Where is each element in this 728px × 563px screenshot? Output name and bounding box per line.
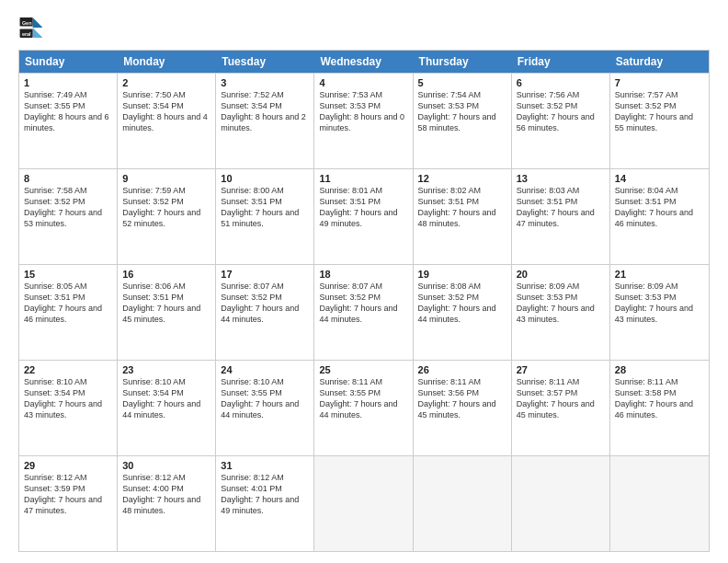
day-number: 16	[122, 269, 210, 280]
calendar: SundayMondayTuesdayWednesdayThursdayFrid…	[18, 50, 710, 552]
cell-info: Sunrise: 8:12 AMSunset: 4:00 PMDaylight:…	[122, 473, 200, 515]
day-cell-22: 22Sunrise: 8:10 AMSunset: 3:54 PMDayligh…	[19, 361, 118, 455]
day-number: 10	[221, 173, 309, 184]
day-number: 29	[24, 460, 112, 471]
day-number: 7	[615, 77, 704, 88]
cell-info: Sunrise: 8:06 AMSunset: 3:51 PMDaylight:…	[122, 282, 200, 324]
cell-info: Sunrise: 7:53 AMSunset: 3:53 PMDaylight:…	[319, 90, 404, 132]
day-number: 22	[24, 364, 112, 375]
cell-info: Sunrise: 7:57 AMSunset: 3:52 PMDaylight:…	[615, 90, 693, 132]
day-cell-7: 7Sunrise: 7:57 AMSunset: 3:52 PMDaylight…	[610, 74, 709, 168]
cell-info: Sunrise: 8:10 AMSunset: 3:54 PMDaylight:…	[122, 377, 200, 419]
day-number: 31	[221, 460, 309, 471]
cell-info: Sunrise: 7:59 AMSunset: 3:52 PMDaylight:…	[122, 186, 200, 228]
day-number: 26	[418, 364, 506, 375]
header-cell-tuesday: Tuesday	[216, 51, 314, 73]
header-cell-saturday: Saturday	[610, 51, 709, 73]
day-number: 21	[615, 269, 704, 280]
day-number: 4	[319, 77, 407, 88]
week-row-4: 22Sunrise: 8:10 AMSunset: 3:54 PMDayligh…	[19, 360, 709, 455]
day-cell-11: 11Sunrise: 8:01 AMSunset: 3:51 PMDayligh…	[314, 169, 413, 264]
cell-info: Sunrise: 8:00 AMSunset: 3:51 PMDaylight:…	[221, 186, 299, 228]
empty-cell	[512, 456, 610, 551]
cell-info: Sunrise: 8:01 AMSunset: 3:51 PMDaylight:…	[319, 186, 397, 228]
day-number: 14	[615, 173, 704, 184]
day-cell-29: 29Sunrise: 8:12 AMSunset: 3:59 PMDayligh…	[19, 456, 118, 551]
calendar-body: 1Sunrise: 7:49 AMSunset: 3:55 PMDaylight…	[19, 73, 709, 551]
cell-info: Sunrise: 8:02 AMSunset: 3:51 PMDaylight:…	[418, 186, 496, 228]
day-number: 12	[418, 173, 506, 184]
cell-info: Sunrise: 8:12 AMSunset: 3:59 PMDaylight:…	[24, 473, 102, 515]
cell-info: Sunrise: 8:11 AMSunset: 3:55 PMDaylight:…	[319, 377, 397, 419]
day-number: 30	[122, 460, 210, 471]
day-number: 17	[221, 269, 309, 280]
day-cell-21: 21Sunrise: 8:09 AMSunset: 3:53 PMDayligh…	[610, 265, 709, 360]
day-number: 2	[122, 77, 210, 88]
week-row-2: 8Sunrise: 7:58 AMSunset: 3:52 PMDaylight…	[19, 168, 709, 264]
day-number: 23	[122, 364, 210, 375]
cell-info: Sunrise: 7:50 AMSunset: 3:54 PMDaylight:…	[122, 90, 208, 132]
logo-icon: Gen eral	[18, 15, 44, 40]
day-number: 20	[517, 269, 605, 280]
cell-info: Sunrise: 8:09 AMSunset: 3:53 PMDaylight:…	[517, 282, 595, 324]
week-row-1: 1Sunrise: 7:49 AMSunset: 3:55 PMDaylight…	[19, 73, 709, 168]
week-row-3: 15Sunrise: 8:05 AMSunset: 3:51 PMDayligh…	[19, 264, 709, 360]
day-cell-1: 1Sunrise: 7:49 AMSunset: 3:55 PMDaylight…	[19, 74, 118, 168]
day-cell-19: 19Sunrise: 8:08 AMSunset: 3:52 PMDayligh…	[414, 265, 512, 360]
header-cell-thursday: Thursday	[414, 51, 512, 73]
cell-info: Sunrise: 8:09 AMSunset: 3:53 PMDaylight:…	[615, 282, 693, 324]
day-cell-14: 14Sunrise: 8:04 AMSunset: 3:51 PMDayligh…	[610, 169, 709, 264]
day-cell-25: 25Sunrise: 8:11 AMSunset: 3:55 PMDayligh…	[314, 361, 413, 455]
calendar-header: SundayMondayTuesdayWednesdayThursdayFrid…	[19, 51, 709, 73]
day-number: 27	[517, 364, 605, 375]
cell-info: Sunrise: 8:04 AMSunset: 3:51 PMDaylight:…	[615, 186, 693, 228]
cell-info: Sunrise: 8:05 AMSunset: 3:51 PMDaylight:…	[24, 282, 102, 324]
day-cell-20: 20Sunrise: 8:09 AMSunset: 3:53 PMDayligh…	[512, 265, 610, 360]
header-cell-monday: Monday	[118, 51, 216, 73]
day-cell-31: 31Sunrise: 8:12 AMSunset: 4:01 PMDayligh…	[216, 456, 314, 551]
day-cell-16: 16Sunrise: 8:06 AMSunset: 3:51 PMDayligh…	[118, 265, 216, 360]
day-cell-13: 13Sunrise: 8:03 AMSunset: 3:51 PMDayligh…	[512, 169, 610, 264]
day-number: 28	[615, 364, 704, 375]
cell-info: Sunrise: 7:49 AMSunset: 3:55 PMDaylight:…	[24, 90, 109, 132]
day-number: 19	[418, 269, 506, 280]
cell-info: Sunrise: 8:11 AMSunset: 3:57 PMDaylight:…	[517, 377, 595, 419]
cell-info: Sunrise: 7:56 AMSunset: 3:52 PMDaylight:…	[517, 90, 595, 132]
cell-info: Sunrise: 8:03 AMSunset: 3:51 PMDaylight:…	[517, 186, 595, 228]
day-cell-15: 15Sunrise: 8:05 AMSunset: 3:51 PMDayligh…	[19, 265, 118, 360]
cell-info: Sunrise: 8:10 AMSunset: 3:55 PMDaylight:…	[221, 377, 299, 419]
cell-info: Sunrise: 7:54 AMSunset: 3:53 PMDaylight:…	[418, 90, 496, 132]
header: Gen eral	[18, 15, 710, 40]
week-row-5: 29Sunrise: 8:12 AMSunset: 3:59 PMDayligh…	[19, 455, 709, 551]
day-cell-3: 3Sunrise: 7:52 AMSunset: 3:54 PMDaylight…	[216, 74, 314, 168]
day-number: 24	[221, 364, 309, 375]
day-number: 3	[221, 77, 309, 88]
day-cell-10: 10Sunrise: 8:00 AMSunset: 3:51 PMDayligh…	[216, 169, 314, 264]
day-cell-28: 28Sunrise: 8:11 AMSunset: 3:58 PMDayligh…	[610, 361, 709, 455]
logo: Gen eral	[18, 15, 48, 40]
day-cell-23: 23Sunrise: 8:10 AMSunset: 3:54 PMDayligh…	[118, 361, 216, 455]
day-number: 18	[319, 269, 407, 280]
cell-info: Sunrise: 8:10 AMSunset: 3:54 PMDaylight:…	[24, 377, 102, 419]
day-cell-17: 17Sunrise: 8:07 AMSunset: 3:52 PMDayligh…	[216, 265, 314, 360]
page: Gen eral SundayMondayTuesdayWednesdayThu…	[0, 0, 728, 563]
day-cell-30: 30Sunrise: 8:12 AMSunset: 4:00 PMDayligh…	[118, 456, 216, 551]
day-cell-24: 24Sunrise: 8:10 AMSunset: 3:55 PMDayligh…	[216, 361, 314, 455]
cell-info: Sunrise: 8:12 AMSunset: 4:01 PMDaylight:…	[221, 473, 299, 515]
cell-info: Sunrise: 8:07 AMSunset: 3:52 PMDaylight:…	[221, 282, 299, 324]
empty-cell	[610, 456, 709, 551]
day-cell-4: 4Sunrise: 7:53 AMSunset: 3:53 PMDaylight…	[314, 74, 413, 168]
day-cell-2: 2Sunrise: 7:50 AMSunset: 3:54 PMDaylight…	[118, 74, 216, 168]
day-number: 11	[319, 173, 407, 184]
day-number: 5	[418, 77, 506, 88]
day-cell-9: 9Sunrise: 7:59 AMSunset: 3:52 PMDaylight…	[118, 169, 216, 264]
svg-text:eral: eral	[22, 31, 31, 37]
day-cell-12: 12Sunrise: 8:02 AMSunset: 3:51 PMDayligh…	[414, 169, 512, 264]
cell-info: Sunrise: 8:07 AMSunset: 3:52 PMDaylight:…	[319, 282, 397, 324]
day-number: 25	[319, 364, 407, 375]
day-cell-6: 6Sunrise: 7:56 AMSunset: 3:52 PMDaylight…	[512, 74, 610, 168]
day-number: 15	[24, 269, 112, 280]
day-cell-18: 18Sunrise: 8:07 AMSunset: 3:52 PMDayligh…	[314, 265, 413, 360]
day-number: 13	[517, 173, 605, 184]
cell-info: Sunrise: 7:52 AMSunset: 3:54 PMDaylight:…	[221, 90, 306, 132]
